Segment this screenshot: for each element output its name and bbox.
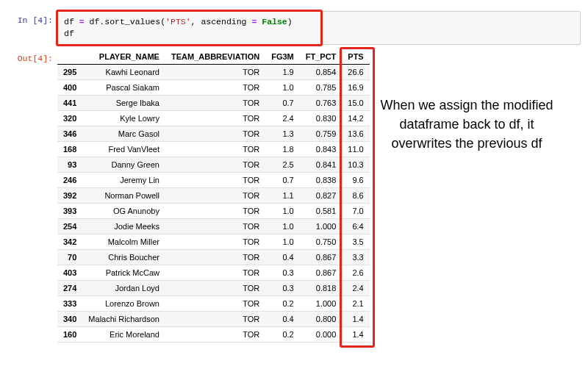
code-cell[interactable]: df = df.sort_values('PTS', ascending = F… (57, 11, 581, 45)
cell: 2.6 (342, 265, 369, 281)
cell: 15.0 (342, 96, 369, 111)
cell: 6.4 (342, 219, 369, 234)
cell: Eric Moreland (82, 327, 165, 343)
output-cell: Out[4]: PLAYER_NAMETEAM_ABBREVIATIONFG3M… (7, 49, 581, 343)
annotation-text: When we assign the modified dataframe ba… (368, 96, 566, 153)
row-index: 320 (57, 111, 82, 126)
cell: Kawhi Leonard (82, 65, 165, 80)
cell: Malcolm Miller (82, 234, 165, 250)
cell: TOR (165, 111, 265, 126)
cell: TOR (165, 265, 265, 281)
cell: Kyle Lowry (82, 111, 165, 126)
cell: 0.2 (265, 296, 300, 312)
row-index: 441 (57, 96, 82, 111)
col-header-pts: PTS (342, 49, 369, 65)
cell: 1.000 (300, 219, 343, 234)
table-row: 295Kawhi LeonardTOR1.90.85426.6 (57, 65, 370, 80)
cell: 1.3 (265, 126, 300, 142)
cell: TOR (165, 327, 265, 343)
cell: 1.8 (265, 142, 300, 157)
cell: 0.830 (300, 111, 343, 126)
row-index: 168 (57, 142, 82, 157)
cell: 0.867 (300, 265, 343, 281)
cell: 7.0 (342, 204, 369, 219)
table-row: 70Chris BoucherTOR0.40.8673.3 (57, 250, 370, 265)
dataframe-table: PLAYER_NAMETEAM_ABBREVIATIONFG3MFT_PCTPT… (57, 49, 370, 343)
col-header-fg3m: FG3M (265, 49, 300, 65)
cell: 0.838 (300, 173, 343, 188)
cell: Jordan Loyd (82, 281, 165, 296)
cell: TOR (165, 80, 265, 96)
row-index: 70 (57, 250, 82, 265)
row-index: 254 (57, 219, 82, 234)
cell: 1.0 (265, 80, 300, 96)
table-row: 393OG AnunobyTOR1.00.5817.0 (57, 204, 370, 219)
cell: 2.1 (342, 296, 369, 312)
cell: 10.3 (342, 157, 369, 173)
cell: 1.9 (265, 65, 300, 80)
col-header-ft_pct: FT_PCT (300, 49, 343, 65)
col-header-team_abbreviation: TEAM_ABBREVIATION (165, 49, 265, 65)
notebook: In [4]: df = df.sort_values('PTS', ascen… (7, 11, 581, 343)
cell: OG Anunoby (82, 204, 165, 219)
cell: TOR (165, 157, 265, 173)
cell: 0.854 (300, 65, 343, 80)
cell: TOR (165, 234, 265, 250)
cell: Fred VanVleet (82, 142, 165, 157)
cell: TOR (165, 173, 265, 188)
col-header-player_name: PLAYER_NAME (82, 49, 165, 65)
cell: Jeremy Lin (82, 173, 165, 188)
cell: 0.843 (300, 142, 343, 157)
table-row: 320Kyle LowryTOR2.40.83014.2 (57, 111, 370, 126)
table-row: 441Serge IbakaTOR0.70.76315.0 (57, 96, 370, 111)
cell: Patrick McCaw (82, 265, 165, 281)
row-index: 400 (57, 80, 82, 96)
cell: 1.000 (300, 296, 343, 312)
cell: TOR (165, 96, 265, 111)
table-row: 403Patrick McCawTOR0.30.8672.6 (57, 265, 370, 281)
cell: 0.581 (300, 204, 343, 219)
cell: TOR (165, 188, 265, 204)
row-index: 333 (57, 296, 82, 312)
table-row: 168Fred VanVleetTOR1.80.84311.0 (57, 142, 370, 157)
row-index: 274 (57, 281, 82, 296)
row-index: 246 (57, 173, 82, 188)
table-row: 400Pascal SiakamTOR1.00.78516.9 (57, 80, 370, 96)
cell: 0.7 (265, 96, 300, 111)
table-row: 333Lorenzo BrownTOR0.21.0002.1 (57, 296, 370, 312)
cell: Norman Powell (82, 188, 165, 204)
cell: 1.4 (342, 327, 369, 343)
cell: 8.6 (342, 188, 369, 204)
table-row: 274Jordan LoydTOR0.30.8182.4 (57, 281, 370, 296)
cell: Pascal Siakam (82, 80, 165, 96)
cell: 16.9 (342, 80, 369, 96)
cell: 0.4 (265, 312, 300, 327)
table-row: 392Norman PowellTOR1.10.8278.6 (57, 188, 370, 204)
code-highlight (56, 10, 323, 46)
cell: 0.841 (300, 157, 343, 173)
out-prompt: Out[4]: (7, 49, 57, 63)
dataframe-output: PLAYER_NAMETEAM_ABBREVIATIONFG3MFT_PCTPT… (57, 49, 370, 343)
cell: 0.2 (265, 327, 300, 343)
cell: TOR (165, 142, 265, 157)
cell: TOR (165, 250, 265, 265)
cell: 0.759 (300, 126, 343, 142)
cell: 0.867 (300, 250, 343, 265)
cell: TOR (165, 296, 265, 312)
row-index: 93 (57, 157, 82, 173)
cell: 0.000 (300, 327, 343, 343)
cell: 3.5 (342, 234, 369, 250)
table-header-row: PLAYER_NAMETEAM_ABBREVIATIONFG3MFT_PCTPT… (57, 49, 370, 65)
table-row: 160Eric MorelandTOR0.20.0001.4 (57, 327, 370, 343)
cell: TOR (165, 281, 265, 296)
row-index: 346 (57, 126, 82, 142)
cell: TOR (165, 219, 265, 234)
cell: Serge Ibaka (82, 96, 165, 111)
cell: 14.2 (342, 111, 369, 126)
cell: TOR (165, 126, 265, 142)
cell: 0.827 (300, 188, 343, 204)
cell: TOR (165, 312, 265, 327)
cell: 0.785 (300, 80, 343, 96)
cell: 1.0 (265, 234, 300, 250)
row-index: 403 (57, 265, 82, 281)
